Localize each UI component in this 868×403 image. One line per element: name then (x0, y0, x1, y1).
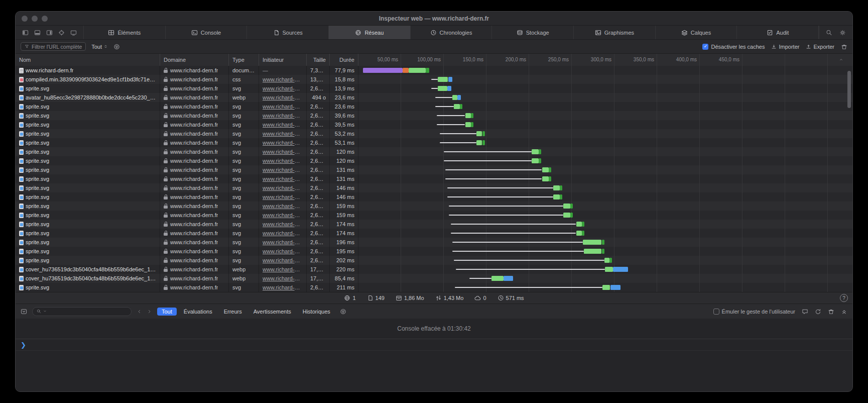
toggle-right-sidebar-button[interactable] (46, 30, 53, 36)
initiator-link[interactable]: www.richard-d… (263, 85, 303, 91)
help-button[interactable]: ? (840, 294, 848, 302)
tab-audit[interactable]: Audit (737, 26, 819, 39)
network-request-row[interactable]: sprite.svgwww.richard-dern.frsvgwww.rich… (16, 201, 852, 211)
expand-console-button[interactable] (841, 309, 847, 315)
tab-chronologies[interactable]: Chronologies (411, 26, 492, 39)
network-request-row[interactable]: avatar_hu85ecc3e298728880b0bde2dcc4e5c23… (16, 93, 852, 102)
column-header-type[interactable]: Type (229, 54, 259, 66)
initiator-link[interactable]: www.richard-d… (263, 131, 303, 137)
network-request-row[interactable]: sprite.svgwww.richard-dern.frsvgwww.rich… (16, 156, 852, 165)
console-scope-avertissements[interactable]: Avertissements (249, 308, 296, 316)
network-request-row[interactable]: sprite.svgwww.richard-dern.frsvgwww.rich… (16, 165, 852, 174)
initiator-link[interactable]: www.richard-d… (263, 140, 303, 146)
initiator-link[interactable]: www.richard-d… (263, 76, 303, 82)
tab-calques[interactable]: Calques (656, 26, 737, 39)
initiator-link[interactable]: www.richard-d… (263, 113, 303, 119)
network-request-row[interactable]: compiled.min.38390909f303624ed9e1cf1bd3f… (16, 75, 852, 84)
network-request-row[interactable]: sprite.svgwww.richard-dern.frsvgwww.rich… (16, 111, 852, 120)
console-scope-historiques[interactable]: Historiques (298, 308, 335, 316)
initiator-link[interactable]: www.richard-d… (263, 284, 303, 290)
collapse-waterfall-button[interactable] (839, 57, 843, 63)
initiator-link[interactable]: www.richard-d… (263, 94, 303, 100)
network-request-row[interactable]: sprite.svgwww.richard-dern.frsvgwww.rich… (16, 238, 852, 247)
toolbar-search-button[interactable] (826, 30, 832, 36)
network-request-row[interactable]: sprite.svgwww.richard-dern.frsvgwww.rich… (16, 183, 852, 192)
tab-reseau[interactable]: Réseau (329, 26, 411, 39)
show-console-tab-button[interactable] (802, 309, 808, 315)
initiator-link[interactable]: www.richard-d… (263, 176, 303, 182)
filter-options-button[interactable] (113, 44, 120, 50)
initiator-link[interactable]: www.richard-d… (263, 266, 303, 272)
reload-button[interactable] (815, 309, 821, 315)
toggle-bottom-panel-button[interactable] (34, 30, 41, 36)
tab-sources[interactable]: Sources (247, 26, 329, 39)
status-clock[interactable]: 571 ms (498, 295, 524, 301)
vertical-scrollbar[interactable] (847, 71, 851, 108)
network-request-row[interactable]: sprite.svgwww.richard-dern.frsvgwww.rich… (16, 229, 852, 238)
column-header-domain[interactable]: Domaine (160, 54, 229, 66)
clear-console-button[interactable] (828, 309, 834, 315)
initiator-link[interactable]: www.richard-d… (263, 167, 303, 173)
history-back-button[interactable] (137, 309, 142, 314)
history-forward-button[interactable] (147, 309, 152, 314)
column-header-duration[interactable]: Durée (330, 54, 358, 66)
network-request-row[interactable]: sprite.svgwww.richard-dern.frsvgwww.rich… (16, 102, 852, 111)
initiator-link[interactable]: www.richard-d… (263, 212, 303, 218)
network-request-row[interactable]: sprite.svgwww.richard-dern.frsvgwww.rich… (16, 129, 852, 138)
network-request-row[interactable]: www.richard-dern.frwww.richard-dern.frdo… (16, 66, 852, 75)
initiator-link[interactable]: www.richard-d… (263, 239, 303, 245)
network-request-row[interactable]: sprite.svgwww.richard-dern.frsvgwww.rich… (16, 84, 852, 93)
close-window-button[interactable] (22, 16, 28, 22)
column-header-initiator[interactable]: Initiateur (259, 54, 307, 66)
import-button[interactable]: Importer (771, 44, 799, 50)
tab-graphismes[interactable]: Graphismes (574, 26, 656, 39)
network-request-row[interactable]: sprite.svgwww.richard-dern.frsvgwww.rich… (16, 192, 852, 201)
initiator-link[interactable]: www.richard-d… (263, 158, 303, 164)
network-request-row[interactable]: sprite.svgwww.richard-dern.frsvgwww.rich… (16, 283, 852, 292)
console-search-input[interactable] (32, 307, 132, 316)
resource-type-dropdown[interactable]: Tout (91, 44, 108, 50)
network-request-row[interactable]: sprite.svgwww.richard-dern.frsvgwww.rich… (16, 147, 852, 156)
initiator-link[interactable]: www.richard-d… (263, 104, 303, 110)
initiator-link[interactable]: www.richard-d… (263, 230, 303, 236)
url-filter-input[interactable]: Filtrer l'URL complète (21, 42, 86, 51)
status-transfer[interactable]: 1,43 Mo (435, 295, 464, 301)
console-scope-erreurs[interactable]: Erreurs (219, 308, 246, 316)
toggle-left-sidebar-button[interactable] (22, 30, 29, 36)
zoom-window-button[interactable] (42, 16, 48, 22)
network-request-row[interactable]: sprite.svgwww.richard-dern.frsvgwww.rich… (16, 138, 852, 147)
network-request-row[interactable]: sprite.svgwww.richard-dern.frsvgwww.rich… (16, 247, 852, 256)
network-request-row[interactable]: cover_hu736519dc3b5040cfa48b6b559b6de6ec… (16, 274, 852, 283)
network-request-row[interactable]: sprite.svgwww.richard-dern.frsvgwww.rich… (16, 211, 852, 220)
status-globe[interactable]: 1 (344, 295, 355, 301)
initiator-link[interactable]: www.richard-d… (263, 149, 303, 155)
console-scope-tout[interactable]: Tout (157, 308, 177, 316)
clear-network-items-button[interactable] (841, 44, 847, 50)
initiator-link[interactable]: www.richard-d… (263, 185, 303, 191)
network-request-row[interactable]: sprite.svgwww.richard-dern.frsvgwww.rich… (16, 256, 852, 265)
console-mode-button[interactable] (21, 309, 27, 315)
export-button[interactable]: Exporter (806, 44, 834, 50)
console-filter-button[interactable] (340, 309, 346, 315)
device-settings-button[interactable] (70, 30, 77, 36)
console-prompt[interactable]: ❯ (16, 339, 852, 351)
console-scope-evaluations[interactable]: Évaluations (179, 308, 217, 316)
initiator-link[interactable]: www.richard-d… (263, 275, 303, 281)
status-cloud[interactable]: 0 (474, 295, 486, 301)
initiator-link[interactable]: www.richard-d… (263, 122, 303, 128)
initiator-link[interactable]: www.richard-d… (263, 257, 303, 263)
initiator-link[interactable]: www.richard-d… (263, 248, 303, 254)
network-request-row[interactable]: sprite.svgwww.richard-dern.frsvgwww.rich… (16, 174, 852, 183)
initiator-link[interactable]: www.richard-d… (263, 194, 303, 200)
initiator-link[interactable]: www.richard-d… (263, 221, 303, 227)
tab-elements[interactable]: Éléments (84, 26, 166, 39)
element-picker-button[interactable] (58, 30, 65, 36)
column-header-name[interactable]: Nom (16, 54, 160, 66)
tab-console[interactable]: Console (166, 26, 247, 39)
network-request-row[interactable]: sprite.svgwww.richard-dern.frsvgwww.rich… (16, 220, 852, 229)
inspector-settings-button[interactable] (839, 30, 846, 36)
network-request-row[interactable]: cover_hu736519dc3b5040cfa48b6b559b6de6ec… (16, 265, 852, 274)
emulate-user-gesture-checkbox[interactable]: Émuler le geste de l'utilisateur (713, 309, 795, 315)
network-request-row[interactable]: sprite.svgwww.richard-dern.frsvgwww.rich… (16, 120, 852, 129)
minimize-window-button[interactable] (32, 16, 38, 22)
